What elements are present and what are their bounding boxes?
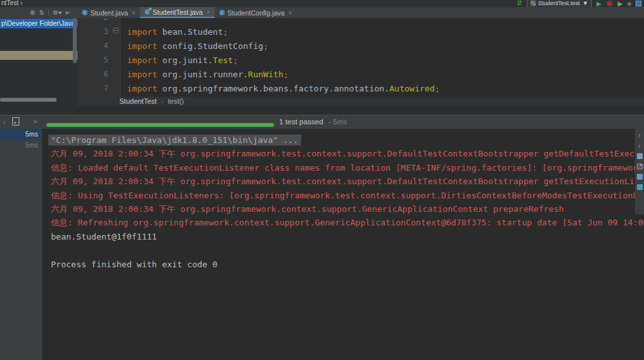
console-line: bean.Student@1f0f1111 (42, 230, 644, 243)
console-line: 六月 09, 2018 2:00:34 下午 org.springframewo… (42, 175, 644, 188)
tool-windows-icon[interactable] (636, 1, 641, 6)
code-line: import bean.Student; (127, 27, 228, 37)
console-line: 信息: Using TestExecutionListeners: [org.s… (42, 189, 644, 202)
breadcrumb-method[interactable]: test() (168, 97, 184, 105)
line-number: 7 (77, 84, 108, 93)
project-unfocused-selection[interactable] (0, 51, 77, 60)
tab-label: StudentTest.java (153, 8, 203, 16)
horizontal-scrollbar[interactable] (0, 98, 57, 102)
console-side-toolbar: ↑ ↓ (635, 129, 644, 214)
close-tab-icon[interactable]: × (288, 10, 291, 16)
test-runner-toolbar: ↓ » 1 test passed - 5ms (0, 115, 644, 129)
toolbar-divider (48, 10, 49, 16)
editor-tabs: C Student.java × C StudentTest.java × C … (77, 7, 297, 18)
code-line: import org.springframework.beans.factory… (127, 84, 440, 93)
breadcrumb: StudentTest › test() (77, 97, 644, 106)
scroll-down-icon[interactable]: ↓ (638, 143, 641, 149)
console-line-blank (42, 243, 644, 257)
more-options-icon[interactable]: » (34, 117, 37, 125)
line-number: 5 (77, 55, 108, 64)
settings-gear-icon[interactable]: ⚙▾ (53, 9, 62, 16)
panel-divider (77, 106, 644, 115)
test-tree-row[interactable]: 5ms (0, 140, 41, 150)
close-tab-icon[interactable]: × (206, 9, 210, 15)
fold-region-icon[interactable]: − (113, 28, 119, 33)
close-tab-icon[interactable]: × (132, 10, 135, 16)
tab-student-java[interactable]: C Student.java × (77, 7, 140, 18)
code-line: import org.junit.Test; (127, 55, 238, 65)
line-number: 6 (77, 70, 108, 79)
project-selected-row[interactable]: p\Developer Folder\Java T (0, 19, 77, 28)
chevron-down-icon: ▼ (582, 0, 588, 6)
import-test-results-icon[interactable] (12, 117, 19, 126)
console-line-selected: "C:\Program Files\Java\jdk1.8.0_151\bin\… (42, 133, 644, 147)
console-line: 信息: Loaded default TestExecutionListener… (42, 161, 644, 175)
main-toolbar: ntTest › ⇵ StudentTest.test ▼ ▶ 🐞 ▶ ■ (0, 0, 644, 7)
console-line: Process finished with exit code 0 (42, 258, 644, 271)
class-icon: C (219, 10, 225, 15)
line-number: 3 (77, 27, 108, 36)
run-configuration-label: StudentTest.test (538, 0, 580, 6)
test-tree-panel: 5ms 5ms (0, 129, 42, 360)
test-tree-row[interactable]: 5ms (0, 129, 41, 140)
test-status-text: 1 test passed (279, 118, 323, 126)
clear-console-icon[interactable] (637, 184, 643, 190)
tab-studentconfig-java[interactable]: C StudentConfig.java × (215, 7, 297, 18)
sync-icon[interactable]: ⇵ (516, 0, 522, 7)
console-line: 信息: Refreshing org.springframework.conte… (42, 216, 644, 229)
breadcrumb-separator-icon: › (161, 99, 163, 105)
class-icon: C (82, 10, 88, 15)
scroll-to-end-icon[interactable] (637, 164, 643, 169)
code-editor[interactable]: 2 3 4 5 6 7 − import bean.Student; impor… (77, 18, 644, 97)
junit-icon (531, 1, 536, 6)
close-icon[interactable]: ⊗ (30, 9, 35, 16)
line-number: 4 (77, 41, 108, 50)
project-tool-window: p\Developer Folder\Java T (0, 18, 77, 115)
print-icon[interactable] (637, 174, 643, 180)
scroll-to-source-icon[interactable]: ⇅ (39, 9, 44, 16)
test-progress-bar (46, 123, 274, 127)
code-line: import config.StudentConfig; (127, 41, 268, 51)
navigation-bar-partial[interactable]: ntTest › (1, 0, 23, 6)
run-button[interactable]: ▶ (596, 0, 601, 7)
run-configuration-dropdown[interactable]: StudentTest.test ▼ (527, 0, 592, 8)
coverage-button[interactable]: ▶ (618, 0, 623, 7)
run-console[interactable]: "C:\Program Files\Java\jdk1.8.0_151\bin\… (42, 129, 644, 360)
console-line: 六月 09, 2018 2:00:34 下午 org.springframewo… (42, 147, 644, 160)
tab-label: Student.java (90, 9, 128, 17)
ide-window: ntTest › ⇵ StudentTest.test ▼ ▶ 🐞 ▶ ■ ⊗ … (0, 0, 644, 360)
hide-panel-icon[interactable]: ⇤ (66, 9, 71, 16)
down-arrow-icon[interactable]: ↓ (3, 117, 6, 125)
vertical-scrollbar[interactable] (73, 18, 77, 63)
soft-wrap-icon[interactable] (637, 153, 643, 159)
line-number: 2 (77, 18, 108, 22)
tab-studenttest-java[interactable]: C StudentTest.java × (140, 7, 215, 18)
scroll-up-icon[interactable]: ↑ (638, 133, 641, 138)
tab-label: StudentConfig.java (228, 9, 285, 17)
editor-gutter: 2 3 4 5 6 7 − (77, 18, 121, 97)
test-status: 1 test passed - 5ms (279, 118, 347, 126)
editor-tab-bar: ⊗ ⇅ ⚙▾ ⇤ C Student.java × C StudentTest.… (0, 7, 644, 18)
debug-button[interactable]: 🐞 (606, 0, 613, 7)
test-status-duration: - 5ms (329, 118, 347, 126)
breadcrumb-class[interactable]: StudentTest (119, 97, 157, 105)
test-class-icon: C (144, 9, 150, 15)
console-line: 六月 09, 2018 2:00:34 下午 org.springframewo… (42, 202, 644, 216)
tab-bar-tools: ⊗ ⇅ ⚙▾ ⇤ (0, 7, 77, 18)
code-line: import org.junit.runner.RunWith; (127, 70, 288, 79)
stop-button[interactable]: ■ (627, 0, 631, 7)
